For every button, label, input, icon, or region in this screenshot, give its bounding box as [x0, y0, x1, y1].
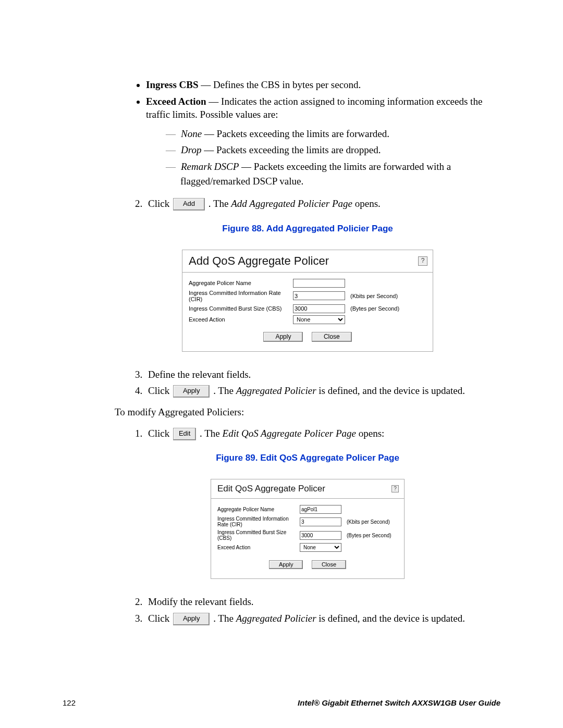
exceed-action-label: Exceed Action [217, 545, 300, 550]
edit-aggregate-policer-dialog: Edit QoS Aggregate Policer ? Aggregate P… [211, 479, 405, 579]
cir-label: Ingress Committed Information Rate (CIR) [217, 516, 300, 527]
close-button[interactable]: Close [312, 560, 346, 569]
value-remark-dscp: —Remark DSCP — Packets exceeding the lim… [166, 159, 500, 188]
text: Click [148, 198, 172, 209]
modify-steps: Click Edit . The Edit QoS Aggregate Poli… [115, 426, 500, 441]
term: Exceed Action [146, 96, 206, 107]
term: None [181, 128, 202, 139]
cir-unit: (Kbits per Second) [350, 293, 398, 299]
exceed-action-values: —None — Packets exceeding the limits are… [146, 127, 500, 188]
modify-steps-cont: Modify the relevant fields. Click Apply … [115, 595, 500, 625]
cbs-input[interactable] [300, 531, 341, 540]
text: opens. [352, 198, 381, 209]
value-drop: —Drop — Packets exceeding the limits are… [166, 143, 500, 157]
step-modify-fields: Modify the relevant fields. [145, 595, 500, 609]
add-steps: Click Add . The Add Aggregated Policier … [115, 196, 500, 211]
term: Remark DSCP [181, 161, 239, 172]
cir-input[interactable] [300, 517, 341, 526]
definition: — Packets exceeding the limits are dropp… [201, 144, 381, 155]
exceed-action-label: Exceed Action [189, 316, 293, 323]
dialog-title: Add QoS Aggregate Policer [189, 254, 329, 268]
policer-name-label: Aggregate Policer Name [189, 280, 293, 286]
text: . The [213, 385, 236, 396]
policer-name-label: Aggregate Policer Name [217, 507, 300, 512]
step-click-apply: Click Apply . The Aggregated Policier is… [145, 384, 500, 398]
value-none: —None — Packets exceeding the limits are… [166, 127, 500, 141]
text: Click [148, 613, 172, 624]
text: . The [209, 198, 231, 209]
apply-button[interactable]: Apply [263, 332, 303, 342]
cbs-label: Ingress Committed Burst Size (CBS) [189, 305, 293, 312]
add-aggregate-policer-dialog: Add QoS Aggregate Policer ? Aggregate Po… [182, 250, 433, 352]
help-icon[interactable]: ? [418, 256, 427, 266]
cir-input[interactable] [293, 291, 345, 300]
exceed-action-select[interactable]: None [300, 543, 341, 552]
text: opens: [356, 428, 384, 439]
text: is defined, and the device is updated. [316, 385, 465, 396]
close-button[interactable]: Close [312, 332, 352, 342]
term: Drop [181, 144, 201, 155]
step-define-fields: Define the relevant fields. [145, 367, 500, 382]
term: Aggregated Policier [236, 385, 316, 396]
term: Ingress CBS [146, 79, 198, 90]
step-click-edit: Click Edit . The Edit QoS Aggregate Poli… [145, 426, 500, 441]
definition: — Packets exceeding the limits are forwa… [202, 128, 389, 139]
page-ref: Edit QoS Aggregate Policer Page [223, 428, 356, 439]
apply-button[interactable]: Apply [173, 613, 210, 625]
policer-name-input[interactable] [293, 279, 345, 288]
apply-button[interactable]: Apply [173, 385, 210, 398]
term: Aggregated Policier [236, 613, 316, 624]
cbs-unit: (Bytes per Second) [347, 533, 391, 538]
help-icon[interactable]: ? [391, 485, 399, 492]
figure-caption-89: Figure 89. Edit QoS Aggregate Policer Pa… [115, 453, 500, 463]
policer-name-input[interactable] [300, 505, 341, 514]
apply-button[interactable]: Apply [269, 560, 303, 569]
page-footer: 122 Intel® Gigabit Ethernet Switch AXXSW… [0, 698, 563, 707]
dialog-title: Edit QoS Aggregate Policer [217, 484, 325, 494]
text: . The [213, 613, 236, 624]
definition: — Defines the CBS in bytes per second. [198, 79, 361, 90]
cbs-unit: (Bytes per Second) [350, 305, 399, 312]
edit-button[interactable]: Edit [173, 428, 196, 440]
cir-label: Ingress Committed Information Rate (CIR) [189, 290, 293, 302]
bullet-ingress-cbs: Ingress CBS — Defines the CBS in bytes p… [146, 78, 500, 92]
text: . The [200, 428, 222, 439]
page-ref: Add Aggregated Policier Page [231, 198, 352, 209]
cbs-label: Ingress Committed Burst Size (CBS) [217, 529, 300, 541]
text: Click [148, 428, 172, 439]
step-click-apply-2: Click Apply . The Aggregated Policier is… [145, 611, 500, 626]
exceed-action-select[interactable]: None [293, 315, 345, 324]
definition-list: Ingress CBS — Defines the CBS in bytes p… [115, 78, 500, 188]
step-click-add: Click Add . The Add Aggregated Policier … [145, 196, 500, 211]
modify-intro: To modify Aggregated Policiers: [115, 406, 500, 418]
document-title: Intel® Gigabit Ethernet Switch AXXSW1GB … [298, 698, 500, 707]
page-number: 122 [63, 698, 76, 707]
add-steps-cont: Define the relevant fields. Click Apply … [115, 367, 500, 398]
bullet-exceed-action: Exceed Action — Indicates the action ass… [146, 95, 500, 188]
cbs-input[interactable] [293, 304, 345, 313]
cir-unit: (Kbits per Second) [347, 519, 390, 525]
add-button[interactable]: Add [173, 198, 205, 211]
figure-caption-88: Figure 88. Add Aggregated Policier Page [115, 224, 500, 234]
text: is defined, and the device is updated. [316, 613, 465, 624]
text: Click [148, 385, 172, 396]
